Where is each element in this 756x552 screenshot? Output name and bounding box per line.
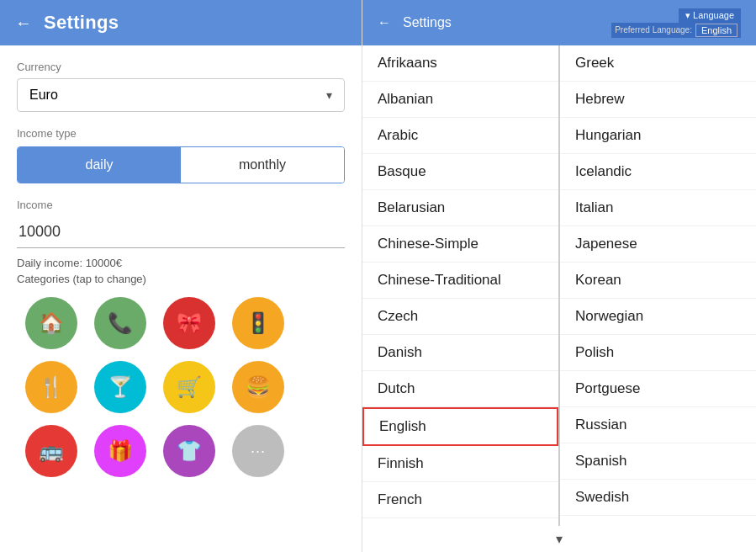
income-label: Income bbox=[17, 199, 345, 211]
lang-item-german[interactable]: German bbox=[362, 518, 558, 526]
category-health[interactable]: 🎀 bbox=[163, 297, 215, 349]
lang-item-korean[interactable]: Korean bbox=[560, 263, 756, 299]
currency-label: Currency bbox=[17, 61, 345, 73]
currency-value: Euro bbox=[29, 88, 58, 103]
left-content: Currency Euro ▾ Income type daily monthl… bbox=[0, 45, 362, 552]
income-type-label: Income type bbox=[17, 127, 345, 140]
left-header: ← Settings bbox=[0, 0, 362, 45]
income-type-toggle: daily monthly bbox=[17, 146, 345, 183]
right-title: Settings bbox=[403, 15, 452, 30]
categories-grid: 🏠📞🎀🚦🍴🍸🛒🍔🚌🎁👕··· bbox=[17, 297, 345, 477]
right-header: ← Settings ▾ Language Preferred Language… bbox=[362, 0, 756, 45]
lang-item-czech[interactable]: Czech bbox=[362, 299, 558, 335]
lang-item-albanian[interactable]: Albanian bbox=[362, 82, 558, 118]
daily-info: Daily income: 10000€ bbox=[17, 257, 345, 269]
lang-item-dutch[interactable]: Dutch bbox=[362, 371, 558, 407]
lang-item-french[interactable]: French bbox=[362, 482, 558, 518]
lang-item-finnish[interactable]: Finnish bbox=[362, 446, 558, 482]
left-back-button[interactable]: ← bbox=[15, 13, 32, 33]
lang-item-greek[interactable]: Greek bbox=[560, 45, 756, 82]
preferred-value: English bbox=[695, 24, 737, 37]
lang-item-swedish[interactable]: Swedish bbox=[560, 480, 756, 516]
category-shopping[interactable]: 🛒 bbox=[163, 361, 215, 413]
right-panel: ← Settings ▾ Language Preferred Language… bbox=[362, 0, 756, 552]
lang-item-polish[interactable]: Polish bbox=[560, 335, 756, 371]
preferred-label: Preferred Language: bbox=[615, 25, 692, 34]
lang-item-italian[interactable]: Italian bbox=[560, 190, 756, 226]
lang-item-basque[interactable]: Basque bbox=[362, 154, 558, 190]
right-back-button[interactable]: ← bbox=[378, 15, 391, 30]
language-right-column: GreekHebrewHungarianIcelandicItalianJape… bbox=[558, 45, 756, 526]
lang-item-russian[interactable]: Russian bbox=[560, 407, 756, 443]
lang-item-japenese[interactable]: Japenese bbox=[560, 226, 756, 263]
monthly-button[interactable]: monthly bbox=[181, 147, 344, 183]
left-panel: ← Settings Currency Euro ▾ Income type d… bbox=[0, 0, 362, 552]
lang-item-hungarian[interactable]: Hungarian bbox=[560, 118, 756, 154]
scroll-indicator: ▾ bbox=[362, 526, 756, 552]
lang-item-chinesetraditional[interactable]: Chinese-Traditional bbox=[362, 263, 558, 299]
category-more[interactable]: ··· bbox=[232, 425, 284, 477]
lang-item-portguese[interactable]: Portguese bbox=[560, 371, 756, 407]
currency-dropdown-arrow: ▾ bbox=[326, 88, 332, 102]
lang-item-turkish[interactable]: Turkish bbox=[560, 516, 756, 526]
lang-item-icelandic[interactable]: Icelandic bbox=[560, 154, 756, 190]
lang-item-danish[interactable]: Danish bbox=[362, 335, 558, 371]
left-title: Settings bbox=[44, 12, 119, 34]
lang-item-arabic[interactable]: Arabic bbox=[362, 118, 558, 154]
lang-item-spanish[interactable]: Spanish bbox=[560, 443, 756, 480]
category-clothing[interactable]: 👕 bbox=[163, 425, 215, 477]
language-left-column: AfrikaansAlbanianArabicBasqueBelarusianC… bbox=[362, 45, 558, 526]
lang-item-belarusian[interactable]: Belarusian bbox=[362, 190, 558, 226]
lang-item-norwegian[interactable]: Norwegian bbox=[560, 299, 756, 335]
currency-select[interactable]: Euro ▾ bbox=[17, 78, 345, 112]
category-fastfood[interactable]: 🍔 bbox=[232, 361, 284, 413]
categories-label: Categories (tap to change) bbox=[17, 273, 345, 285]
category-phone[interactable]: 📞 bbox=[94, 297, 146, 349]
language-badge-title: ▾ Language bbox=[679, 8, 741, 23]
lang-item-afrikaans[interactable]: Afrikaans bbox=[362, 45, 558, 82]
lang-item-chinesesimple[interactable]: Chinese-Simple bbox=[362, 226, 558, 263]
lang-item-english[interactable]: English bbox=[362, 407, 558, 446]
language-badge[interactable]: ▾ Language Preferred Language: English bbox=[611, 8, 741, 38]
category-bus[interactable]: 🚌 bbox=[25, 425, 77, 477]
income-input[interactable] bbox=[17, 216, 345, 248]
category-gift[interactable]: 🎁 bbox=[94, 425, 146, 477]
daily-button[interactable]: daily bbox=[18, 147, 181, 183]
category-home[interactable]: 🏠 bbox=[25, 297, 77, 349]
lang-item-hebrew[interactable]: Hebrew bbox=[560, 82, 756, 118]
category-drinks[interactable]: 🍸 bbox=[94, 361, 146, 413]
category-traffic[interactable]: 🚦 bbox=[232, 297, 284, 349]
category-food[interactable]: 🍴 bbox=[25, 361, 77, 413]
